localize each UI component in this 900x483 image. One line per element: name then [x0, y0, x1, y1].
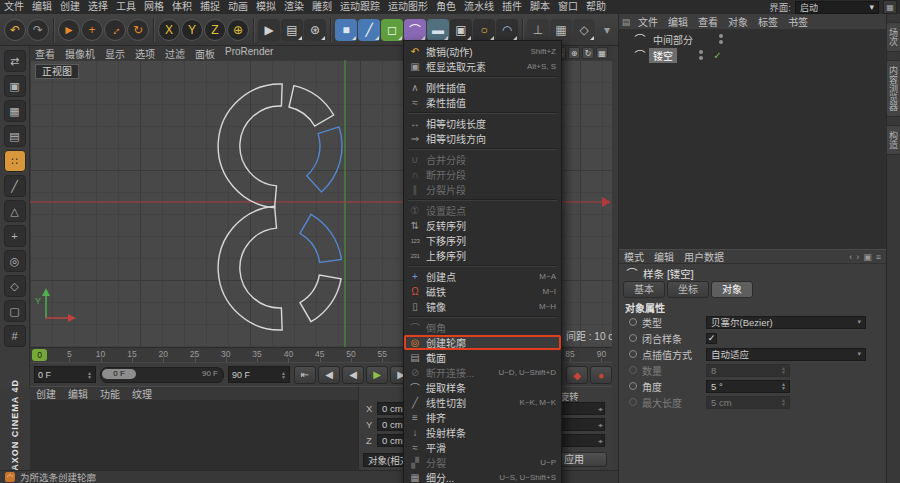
context-menu-item[interactable]: ↔相等切线长度 — [404, 116, 561, 131]
menubar-item[interactable]: 捕捉 — [196, 0, 224, 14]
attribute-dropdown[interactable]: 自动适应▾ — [706, 348, 866, 361]
menubar-item[interactable]: 文件 — [0, 0, 28, 14]
enable-snap-icon[interactable]: ◇ — [4, 275, 26, 297]
menubar-item[interactable]: 动画 — [224, 0, 252, 14]
material-menu-item[interactable]: 功能 — [94, 386, 126, 401]
y-axis-lock-icon[interactable]: Y — [181, 19, 203, 41]
context-menu-item[interactable]: ↶撤销(动作)Shift+Z — [404, 44, 561, 59]
enable-axis-mode-icon[interactable]: + — [4, 225, 26, 247]
edges-mode-icon[interactable]: ╱ — [4, 175, 26, 197]
stepper-icon[interactable]: ▲▼ — [781, 398, 786, 406]
context-menu-item[interactable]: ╱线性切割K~K, M~K — [404, 395, 561, 410]
viewport-menu-item[interactable]: 过滤 — [160, 46, 190, 61]
context-menu-item[interactable]: Ω磁铁M~I — [404, 284, 561, 299]
toggle-views-icon[interactable]: ▦ — [596, 47, 608, 59]
goto-start-button[interactable]: ⇤ — [294, 366, 316, 384]
render-visibility-dot[interactable] — [699, 56, 703, 60]
context-menu-item[interactable]: ≈平滑 — [404, 440, 561, 455]
context-menu-item[interactable]: ∪合并分段 — [404, 152, 561, 167]
z-axis-lock-icon[interactable]: Z — [204, 19, 226, 41]
quantize-icon[interactable]: # — [4, 325, 26, 347]
bend-deformer-icon[interactable]: ⌒ — [404, 19, 426, 41]
context-menu-item[interactable]: ▞分裂U~P — [404, 455, 561, 470]
subdivision-surface-icon[interactable]: ◻ — [381, 19, 403, 41]
object-name[interactable]: 中间部分 — [649, 32, 697, 47]
stepper-icon[interactable]: ◂▸ — [598, 437, 602, 444]
anim-toggle-icon[interactable] — [629, 318, 637, 326]
model-mode-icon[interactable]: ▣ — [4, 75, 26, 97]
dock-tab[interactable]: 构造 — [886, 125, 900, 155]
enabled-check-icon[interactable]: ✓ — [711, 50, 724, 61]
tab-坐标[interactable]: 坐标 — [667, 281, 709, 298]
attribute-number-field[interactable]: 8▲▼ — [706, 364, 790, 377]
play-button[interactable]: ▶ — [366, 366, 388, 384]
visibility-dots[interactable] — [719, 34, 723, 44]
move-tool-icon[interactable]: + — [81, 19, 103, 41]
viewport-menu-item[interactable]: 查看 — [30, 46, 60, 61]
viewport-menu-item[interactable]: ProRender — [220, 46, 278, 61]
viewport-menu-item[interactable]: 面板 — [190, 46, 220, 61]
redo-icon[interactable]: ↷ — [27, 19, 49, 41]
menubar-item[interactable]: 运动图形 — [384, 0, 432, 14]
context-menu-item[interactable]: ▦细分...U~S, U~Shift+S — [404, 470, 561, 483]
sky-object-icon[interactable]: ◠ — [496, 19, 518, 41]
object-name[interactable]: 镂空 — [649, 48, 677, 63]
layout-grid-icon[interactable]: ▦ — [883, 0, 897, 14]
context-menu-item[interactable]: ≡排齐 — [404, 410, 561, 425]
undo-icon[interactable]: ↶ — [4, 19, 26, 41]
context-menu-item[interactable]: ⇒相等切线方向 — [404, 131, 561, 146]
material-menu-item[interactable]: 纹理 — [126, 386, 158, 401]
live-selection-icon[interactable]: ► — [58, 19, 80, 41]
rotate-tool-icon[interactable]: ↻ — [127, 19, 149, 41]
tab-基本[interactable]: 基本 — [623, 281, 665, 298]
scale-tool-icon[interactable]: ↔ — [104, 19, 126, 41]
lock-panel-icon[interactable]: ▣ — [863, 252, 872, 262]
floor-object-icon[interactable]: ▬ — [427, 19, 449, 41]
context-menu-item[interactable]: ⌒提取样条 — [404, 380, 561, 395]
x-axis-lock-icon[interactable]: X — [158, 19, 180, 41]
frame-range-slider[interactable]: 0 F 90 F — [100, 367, 224, 383]
menubar-item[interactable]: 选择 — [84, 0, 112, 14]
menubar-item[interactable]: 渲染 — [280, 0, 308, 14]
dock-tab[interactable]: 场次 — [886, 22, 900, 52]
context-menu-item[interactable]: +创建点M~A — [404, 269, 561, 284]
previous-key-button[interactable]: ◀ — [318, 366, 340, 384]
menubar-item[interactable]: 创建 — [56, 0, 84, 14]
context-menu-item[interactable]: 123下移序列 — [404, 233, 561, 248]
menubar-item[interactable]: 网格 — [140, 0, 168, 14]
object-menu-item[interactable]: 查看 — [693, 14, 723, 29]
toolbar-more-icon[interactable]: ▾ — [596, 19, 618, 41]
start-frame-field[interactable]: 0 F ▲▼ — [34, 366, 96, 383]
object-row[interactable]: ⌒镂空✓ — [619, 47, 886, 63]
attribute-menu-item[interactable]: 编辑 — [649, 249, 679, 264]
attribute-menu-item[interactable]: 模式 — [619, 249, 649, 264]
tab-对象[interactable]: 对象 — [711, 281, 753, 298]
dock-tab[interactable]: 内容浏览器 — [886, 60, 900, 117]
add-cube-icon[interactable]: ■ — [335, 19, 357, 41]
editor-visibility-dot[interactable] — [719, 34, 723, 38]
anim-toggle-icon[interactable] — [629, 398, 637, 406]
context-menu-item[interactable]: ∥分裂片段 — [404, 182, 561, 197]
menubar-item[interactable]: 编辑 — [28, 0, 56, 14]
viewport-menu-item[interactable]: 选项 — [130, 46, 160, 61]
context-menu-item[interactable]: ↓投射样条 — [404, 425, 561, 440]
viewport-solo-icon[interactable]: ◎ — [4, 250, 26, 272]
anim-toggle-icon[interactable] — [629, 382, 637, 390]
render-picture-viewer-icon[interactable]: ▤ — [281, 19, 303, 41]
object-menu-item[interactable]: 对象 — [723, 14, 753, 29]
menubar-item[interactable]: 雕刻 — [308, 0, 336, 14]
object-row[interactable]: ⌒中间部分 — [619, 31, 886, 47]
make-editable-icon[interactable]: ⇄ — [4, 50, 26, 72]
menubar-item[interactable]: 窗口 — [554, 0, 582, 14]
panel-menu-icon[interactable]: ≡ — [876, 252, 881, 262]
interface-select[interactable]: 启动 ▾ — [795, 1, 879, 14]
context-menu-item[interactable]: ∩断开分段 — [404, 167, 561, 182]
coordinate-system-icon[interactable]: ⊕ — [227, 19, 249, 41]
stepper-icon[interactable]: ▲▼ — [781, 382, 786, 390]
context-menu-item[interactable]: ∧刚性插值 — [404, 80, 561, 95]
record-keyframe-button[interactable]: ◆ — [566, 366, 588, 384]
stepper-icon[interactable]: ▲▼ — [281, 371, 286, 379]
panel-grid-icon[interactable]: ▤ — [619, 17, 633, 27]
context-menu-item[interactable]: ≈柔性插值 — [404, 95, 561, 110]
polygons-mode-icon[interactable]: △ — [4, 200, 26, 222]
